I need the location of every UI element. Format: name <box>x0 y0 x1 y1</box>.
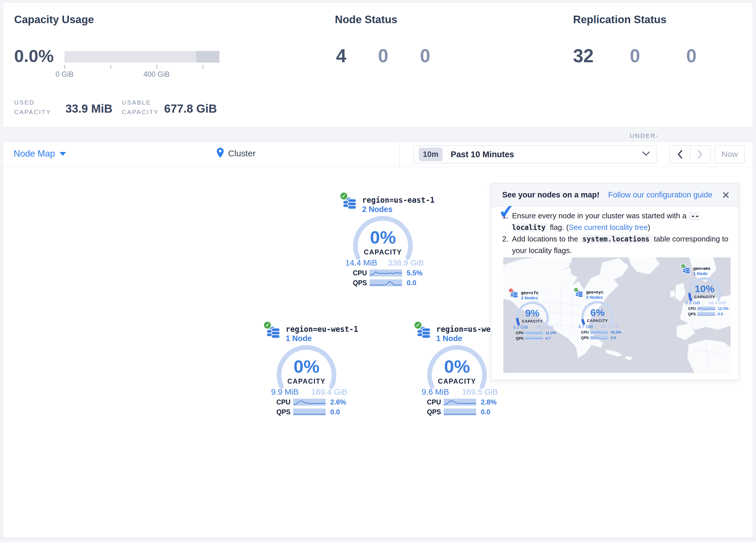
bottom-strip <box>0 538 756 542</box>
node-status-title: Node Status <box>335 14 397 26</box>
cpu-value: 2.8% <box>481 398 497 406</box>
stat-item: 0UNDER- REPLICATED RANGES <box>630 46 682 66</box>
capacity-total-value: 35.1 GiB <box>532 325 558 330</box>
qps-sparkline <box>370 280 402 287</box>
stat-value: 4 <box>336 46 375 66</box>
time-forward-button[interactable] <box>690 146 711 163</box>
cpu-metric-row: CPU 2.8% <box>427 398 497 406</box>
qps-label: QPS <box>427 408 444 416</box>
cpu-metric-row: CPU 11.0% <box>516 331 556 335</box>
stat-value: 0 <box>378 46 417 66</box>
capacity-axis-tick <box>203 65 203 69</box>
qps-metric-row: QPS 0.0 <box>688 312 723 316</box>
configuration-guide-link[interactable]: Follow our configuration guide <box>608 190 712 199</box>
capacity-axis-tick <box>111 65 111 69</box>
capacity-total-value: 34.4 GiB <box>704 301 730 306</box>
used-capacity-value: 33.9 MiB <box>65 102 112 115</box>
cpu-sparkline <box>697 307 715 311</box>
time-back-button[interactable] <box>670 146 690 163</box>
qps-value: 4.7 <box>546 336 551 341</box>
status-badge: ✓ <box>681 264 686 269</box>
stat-value: 0 <box>420 46 459 66</box>
capacity-used-value: 3.2 GiB <box>508 325 533 330</box>
cpu-value: 42.5% <box>611 330 621 335</box>
status-badge: ✓ <box>340 192 348 200</box>
qps-sparkline <box>525 337 543 340</box>
region-locality-label: region=eu-west-1 <box>286 325 358 334</box>
qps-label: QPS <box>516 336 525 341</box>
cpu-value: 5.5% <box>407 269 423 277</box>
map-pin-icon <box>216 147 225 159</box>
now-button[interactable]: Now <box>715 145 745 163</box>
toolbar: Node Map Cluster 10m Past 10 Minutes Now <box>3 141 753 167</box>
stat-value: 0 <box>686 46 738 66</box>
stat-item: 4LIVE NODES <box>336 46 375 66</box>
capacity-caption: CAPACITY <box>509 319 556 324</box>
region-gauge[interactable]: ✓ geo=ams 1 Node 10% CAPACITY 3.6 GiB 34… <box>681 264 731 319</box>
cpu-sparkline <box>525 331 543 335</box>
region-gauge[interactable]: ✓ region=eu-west-1 1 Node 0% CAPACITY 9.… <box>263 321 373 421</box>
cpu-label: CPU <box>427 398 444 406</box>
capacity-used-value: 3.6 GiB <box>680 301 706 306</box>
stat-item: 0DEAD NODES <box>420 46 459 66</box>
cpu-metric-row: CPU 12.3% <box>688 306 729 311</box>
qps-label: QPS <box>276 408 293 416</box>
usable-capacity-value: 677.8 GiB <box>164 102 217 115</box>
region-gauge[interactable]: ✓ region=us-east-1 2 Nodes 0% CAPACITY 1… <box>340 192 449 292</box>
stat-item: 0UNAVAILABLE RANGES <box>686 46 738 66</box>
capacity-total-value: 65.7 GiB <box>597 324 623 330</box>
region-locality-label: region=us-east-1 <box>362 196 434 204</box>
qps-label: QPS <box>688 312 697 316</box>
cpu-sparkline <box>444 399 476 406</box>
qps-value: 0.0 <box>611 336 616 340</box>
qps-sparkline <box>590 336 608 340</box>
time-range-badge: 10m <box>419 148 443 161</box>
view-mode-label: Node Map <box>14 148 55 159</box>
qps-metric-row: QPS 4.7 <box>516 336 551 340</box>
region-locality-label: geo=nyc <box>586 290 603 295</box>
close-icon[interactable]: ✕ <box>722 190 730 200</box>
check-icon: ✔ <box>498 205 515 218</box>
cpu-label: CPU <box>276 398 293 406</box>
replication-status-title: Replication Status <box>573 14 667 26</box>
region-gauge[interactable]: 1 geo=sfo 2 Nodes 9% CAPACITY 3.2 GiB 35… <box>509 288 569 343</box>
cpu-sparkline <box>590 330 608 334</box>
nodes-on-map-popup: See your nodes on a map! Follow our conf… <box>491 183 739 380</box>
capacity-percent: 0% <box>340 228 426 247</box>
cpu-metric-row: CPU 2.6% <box>276 398 346 406</box>
region-nodes-link[interactable]: 1 Node <box>436 334 462 343</box>
capacity-caption: CAPACITY <box>263 378 350 385</box>
cpu-label: CPU <box>688 306 697 311</box>
time-range-label: Past 10 Minutes <box>451 150 514 159</box>
region-locality-label: geo=ams <box>693 266 711 271</box>
time-range-select[interactable]: 10m Past 10 Minutes <box>413 145 657 163</box>
qps-metric-row: QPS 0.0 <box>427 408 490 416</box>
view-mode-dropdown[interactable]: Node Map <box>14 148 66 159</box>
cpu-value: 2.6% <box>330 398 346 406</box>
instruction-step-1: 1. Ensure every node in your cluster was… <box>502 210 731 233</box>
breadcrumb-label: Cluster <box>228 148 256 158</box>
capacity-usage-title: Capacity Usage <box>14 14 94 26</box>
qps-metric-row: QPS 0.0 <box>276 408 340 416</box>
qps-value: 0.0 <box>407 279 416 287</box>
region-nodes-link[interactable]: 1 Node <box>693 271 708 276</box>
region-nodes-link[interactable]: 2 Nodes <box>586 295 603 300</box>
breadcrumb[interactable]: Cluster <box>216 147 256 159</box>
region-nodes-link[interactable]: 2 Nodes <box>521 295 538 300</box>
capacity-axis-tick-label: 400 GiB <box>144 70 170 78</box>
region-nodes-link[interactable]: 2 Nodes <box>362 205 392 214</box>
system-locations-code: system.locations <box>580 235 652 243</box>
qps-sparkline <box>697 312 715 316</box>
locality-tree-link[interactable]: See current locality tree <box>569 223 648 231</box>
capacity-axis-tick <box>65 65 65 69</box>
region-locality-label: geo=sfo <box>521 291 538 295</box>
cpu-metric-row: CPU 5.5% <box>353 269 423 277</box>
qps-value: 0.0 <box>330 408 340 416</box>
capacity-caption: CAPACITY <box>681 295 729 300</box>
capacity-caption: CAPACITY <box>414 378 500 385</box>
node-map-canvas: ✓ region=us-east-1 2 Nodes 0% CAPACITY 1… <box>3 167 753 538</box>
stat-item: 32TOTAL RANGES <box>573 46 625 66</box>
mini-world-map: 1 geo=sfo 2 Nodes 9% CAPACITY 3.2 GiB 35… <box>503 257 731 373</box>
region-gauge[interactable]: ✓ geo=nyc 2 Nodes 6% CAPACITY 3.7 GiB 65… <box>574 288 634 343</box>
region-nodes-link[interactable]: 1 Node <box>286 334 312 343</box>
